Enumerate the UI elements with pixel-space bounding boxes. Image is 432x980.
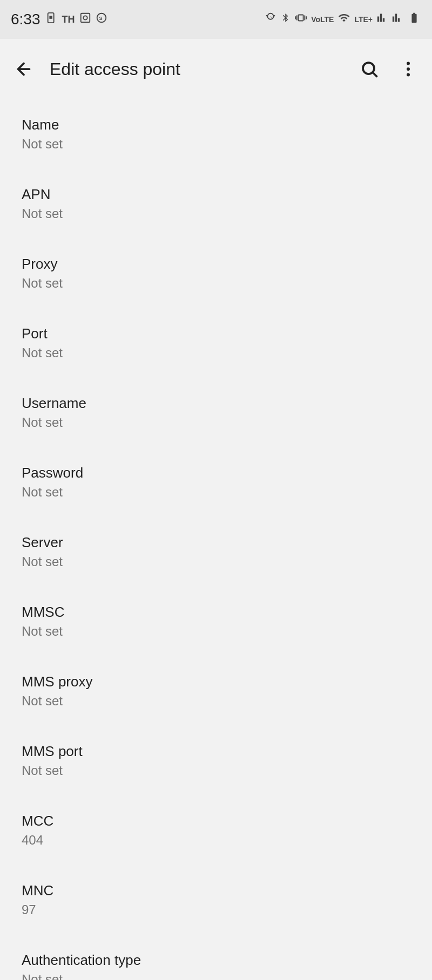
- shazam-icon: S: [96, 12, 107, 27]
- settings-item-mnc[interactable]: MNC 97: [0, 865, 432, 935]
- field-label: APN: [22, 186, 410, 203]
- field-label: Port: [22, 325, 410, 342]
- field-value: Not set: [22, 276, 410, 291]
- search-button[interactable]: [354, 54, 384, 84]
- field-value: Not set: [22, 485, 410, 500]
- field-label: MCC: [22, 813, 410, 829]
- field-label: MMS port: [22, 743, 410, 760]
- status-left: 6:33 TH S: [11, 11, 107, 28]
- settings-item-authentication-type[interactable]: Authentication type Not set: [0, 935, 432, 980]
- field-label: MMSC: [22, 604, 410, 621]
- settings-list: Name Not set APN Not set Proxy Not set P…: [0, 99, 432, 980]
- field-label: Name: [22, 117, 410, 133]
- screenshot-icon: [79, 12, 91, 27]
- volte-icon: VoLTE: [311, 15, 334, 24]
- field-label: Authentication type: [22, 952, 410, 969]
- settings-item-password[interactable]: Password Not set: [0, 447, 432, 517]
- sim-icon: [46, 12, 58, 27]
- more-options-button[interactable]: [393, 54, 423, 84]
- toolbar: Edit access point: [0, 39, 432, 99]
- field-value: 404: [22, 833, 410, 848]
- field-value: Not set: [22, 693, 410, 709]
- wifi-icon: [338, 12, 350, 27]
- svg-rect-1: [49, 16, 52, 18]
- svg-point-8: [407, 67, 410, 71]
- vibrate-icon: [295, 12, 307, 27]
- svg-text:S: S: [99, 16, 102, 21]
- field-value: Not set: [22, 206, 410, 221]
- settings-item-apn[interactable]: APN Not set: [0, 169, 432, 239]
- field-label: Proxy: [22, 256, 410, 273]
- signal2-icon: [392, 12, 403, 27]
- settings-item-port[interactable]: Port Not set: [0, 308, 432, 378]
- signal1-icon: [377, 12, 388, 27]
- field-value: 97: [22, 902, 410, 917]
- field-label: Server: [22, 534, 410, 551]
- field-value: Not set: [22, 415, 410, 430]
- settings-item-proxy[interactable]: Proxy Not set: [0, 239, 432, 308]
- bluetooth-icon: [281, 12, 291, 27]
- field-label: Password: [22, 465, 410, 481]
- settings-item-mmsc[interactable]: MMSC Not set: [0, 587, 432, 656]
- settings-item-mms-proxy[interactable]: MMS proxy Not set: [0, 656, 432, 726]
- toolbar-actions: [354, 54, 423, 84]
- svg-point-9: [407, 73, 410, 77]
- th-icon: TH: [62, 14, 75, 25]
- page-title: Edit access point: [50, 59, 343, 79]
- field-value: Not set: [22, 137, 410, 152]
- settings-item-username[interactable]: Username Not set: [0, 378, 432, 447]
- svg-point-7: [407, 62, 410, 65]
- svg-rect-2: [80, 13, 90, 23]
- settings-item-mms-port[interactable]: MMS port Not set: [0, 726, 432, 795]
- lte-icon: LTE+: [354, 15, 373, 24]
- field-value: Not set: [22, 345, 410, 360]
- status-icons-right: VoLTE LTE+: [265, 12, 421, 27]
- settings-item-server[interactable]: Server Not set: [0, 517, 432, 587]
- field-value: Not set: [22, 763, 410, 778]
- alarm-icon: [265, 12, 276, 27]
- field-label: MNC: [22, 882, 410, 899]
- battery-icon: [407, 12, 421, 27]
- field-label: Username: [22, 395, 410, 412]
- field-label: MMS proxy: [22, 673, 410, 690]
- status-bar: 6:33 TH S: [0, 0, 432, 39]
- settings-item-mcc[interactable]: MCC 404: [0, 795, 432, 865]
- status-time: 6:33: [11, 11, 40, 28]
- field-value: Not set: [22, 972, 410, 980]
- svg-point-3: [83, 16, 87, 19]
- status-icons-left: TH S: [46, 12, 107, 27]
- field-value: Not set: [22, 624, 410, 639]
- svg-line-6: [373, 73, 377, 77]
- settings-item-name[interactable]: Name Not set: [0, 99, 432, 169]
- field-value: Not set: [22, 554, 410, 569]
- back-button[interactable]: [9, 54, 39, 84]
